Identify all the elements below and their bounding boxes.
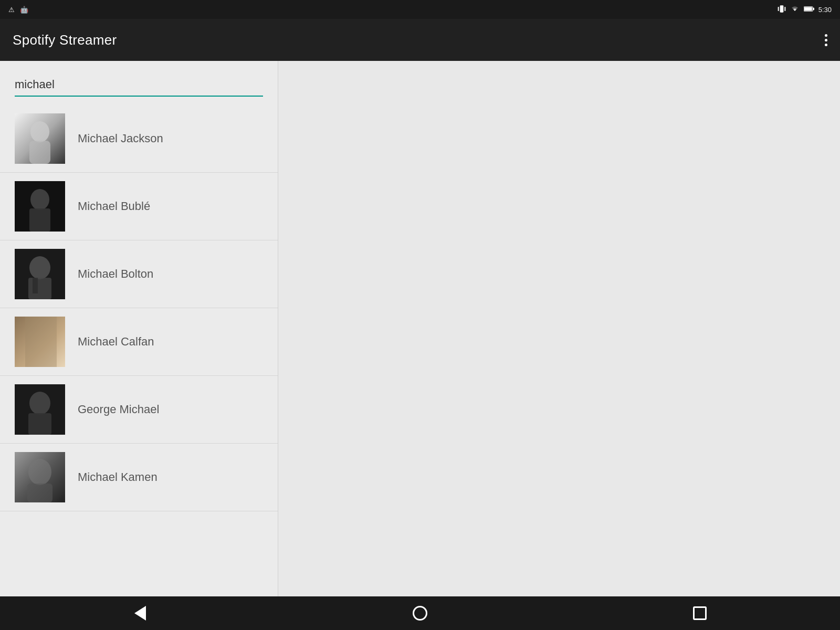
search-container — [0, 61, 278, 105]
search-input[interactable] — [15, 76, 263, 96]
svg-rect-1 — [778, 7, 779, 11]
app-bar: Spotify Streamer — [0, 19, 840, 61]
more-dot — [825, 34, 827, 37]
artist-thumbnail — [15, 452, 65, 502]
svg-point-8 — [30, 121, 49, 142]
svg-point-23 — [28, 459, 51, 485]
svg-point-11 — [30, 189, 49, 210]
artist-thumbnail — [15, 384, 65, 435]
artist-name: Michael Kamen — [78, 470, 158, 484]
more-dot — [825, 44, 827, 46]
artist-name: Michael Bolton — [78, 267, 153, 281]
svg-rect-16 — [33, 278, 38, 293]
artist-list-item[interactable]: Michael Kamen — [0, 444, 278, 511]
status-icons-right: 5:30 — [778, 5, 832, 15]
artist-list-item[interactable]: Michael Calfan — [0, 308, 278, 376]
artist-thumbnail — [15, 113, 65, 164]
nav-home-button[interactable] — [404, 597, 436, 629]
svg-rect-21 — [28, 413, 51, 435]
wifi-icon — [790, 5, 800, 14]
main-content: Michael Jackson Michael Bublé Michael Bo… — [0, 61, 840, 596]
bottom-nav — [0, 596, 840, 630]
svg-rect-0 — [780, 5, 783, 12]
right-panel — [278, 61, 840, 596]
svg-rect-24 — [27, 484, 52, 502]
artist-name: George Michael — [78, 403, 159, 416]
artist-thumbnail — [15, 317, 65, 367]
artist-list: Michael Jackson Michael Bublé Michael Bo… — [0, 105, 278, 511]
artist-list-item[interactable]: Michael Bublé — [0, 173, 278, 240]
artist-list-item[interactable]: Michael Jackson — [0, 105, 278, 173]
nav-recents-button[interactable] — [684, 597, 716, 629]
artist-thumbnail — [15, 249, 65, 299]
nav-back-button[interactable] — [124, 597, 156, 629]
status-icons-left: ⚠ 🤖 — [8, 6, 28, 14]
back-icon — [134, 606, 146, 621]
svg-point-20 — [29, 392, 50, 415]
svg-rect-12 — [29, 208, 50, 232]
artist-name: Michael Calfan — [78, 335, 154, 349]
left-panel: Michael Jackson Michael Bublé Michael Bo… — [0, 61, 278, 596]
svg-rect-15 — [28, 278, 51, 299]
svg-point-14 — [29, 256, 50, 279]
app-title: Spotify Streamer — [13, 32, 117, 48]
warning-icon: ⚠ — [8, 6, 15, 14]
artist-list-item[interactable]: Michael Bolton — [0, 240, 278, 308]
svg-rect-18 — [25, 317, 57, 367]
svg-rect-5 — [813, 7, 814, 9]
artist-thumbnail — [15, 181, 65, 232]
artist-list-item[interactable]: George Michael — [0, 376, 278, 444]
svg-rect-9 — [29, 141, 50, 164]
more-options-button[interactable] — [825, 34, 827, 46]
svg-rect-2 — [784, 7, 785, 11]
artist-name: Michael Bublé — [78, 200, 150, 213]
artist-name: Michael Jackson — [78, 132, 163, 145]
svg-rect-4 — [804, 7, 812, 10]
time-display: 5:30 — [818, 6, 832, 14]
vibrate-icon — [778, 5, 786, 15]
home-icon — [413, 606, 427, 621]
recents-icon — [693, 606, 707, 620]
more-dot — [825, 39, 827, 41]
status-bar: ⚠ 🤖 5:30 — [0, 0, 840, 19]
android-icon: 🤖 — [20, 6, 28, 14]
battery-icon — [804, 6, 814, 14]
search-input-wrapper — [15, 76, 263, 97]
